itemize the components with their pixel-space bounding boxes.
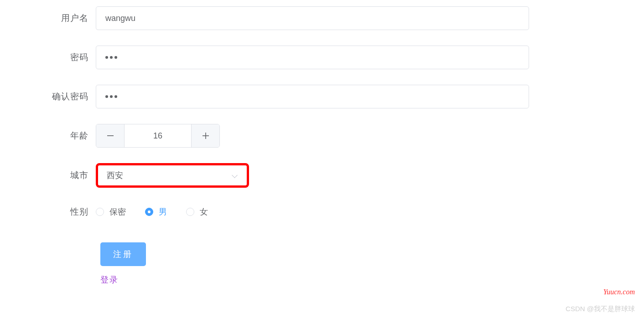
- label-password: 密码: [43, 51, 96, 63]
- watermark-csdn: CSDN @我不是胖球球: [566, 305, 635, 313]
- label-gender: 性别: [43, 206, 96, 218]
- city-select[interactable]: 西安: [100, 166, 244, 185]
- password-dot: [105, 56, 108, 59]
- age-value[interactable]: 16: [125, 124, 191, 147]
- city-value: 西安: [107, 170, 123, 181]
- row-username: 用户名: [43, 6, 644, 30]
- stepper-minus-button[interactable]: [96, 124, 125, 147]
- row-age: 年龄 16: [43, 124, 644, 148]
- register-button[interactable]: 注册: [100, 242, 146, 266]
- radio-label: 男: [159, 206, 167, 217]
- row-gender: 性别 保密 男 女: [43, 206, 644, 218]
- row-confirm-password: 确认密码: [43, 85, 644, 108]
- login-link[interactable]: 登录: [43, 274, 644, 285]
- gender-option-male[interactable]: 男: [145, 206, 167, 217]
- city-select-highlight: 西安: [96, 163, 249, 188]
- gender-option-female[interactable]: 女: [186, 206, 208, 217]
- stepper-plus-button[interactable]: [191, 124, 219, 147]
- password-input[interactable]: [96, 46, 529, 69]
- label-confirm-password: 确认密码: [43, 91, 96, 103]
- label-age: 年龄: [43, 130, 96, 142]
- password-dot: [110, 56, 113, 59]
- gender-radio-group: 保密 男 女: [96, 206, 208, 217]
- gender-option-secret[interactable]: 保密: [96, 206, 126, 217]
- username-input[interactable]: [96, 6, 529, 30]
- password-dot: [105, 95, 108, 98]
- watermark-yuucn: Yuucn.com: [603, 288, 635, 296]
- password-dot: [110, 95, 113, 98]
- age-stepper: 16: [96, 124, 220, 148]
- label-city: 城市: [43, 169, 96, 181]
- plus-icon: [203, 133, 209, 139]
- password-dot: [114, 95, 117, 98]
- svg-rect-0: [107, 135, 114, 136]
- confirm-password-input[interactable]: [96, 85, 529, 108]
- svg-rect-2: [205, 133, 206, 139]
- minus-icon: [107, 135, 114, 136]
- row-city: 城市 西安: [43, 163, 644, 188]
- row-submit: 注册: [43, 242, 644, 266]
- radio-icon: [186, 208, 194, 216]
- radio-label: 保密: [109, 206, 126, 217]
- form-container: 用户名 密码 确认密码 年龄 16: [0, 0, 644, 285]
- radio-label: 女: [200, 206, 208, 217]
- row-password: 密码: [43, 46, 644, 69]
- label-username: 用户名: [43, 12, 96, 24]
- password-dot: [114, 56, 117, 59]
- chevron-down-icon: [232, 172, 238, 179]
- radio-icon-checked: [145, 208, 153, 216]
- radio-icon: [96, 208, 104, 216]
